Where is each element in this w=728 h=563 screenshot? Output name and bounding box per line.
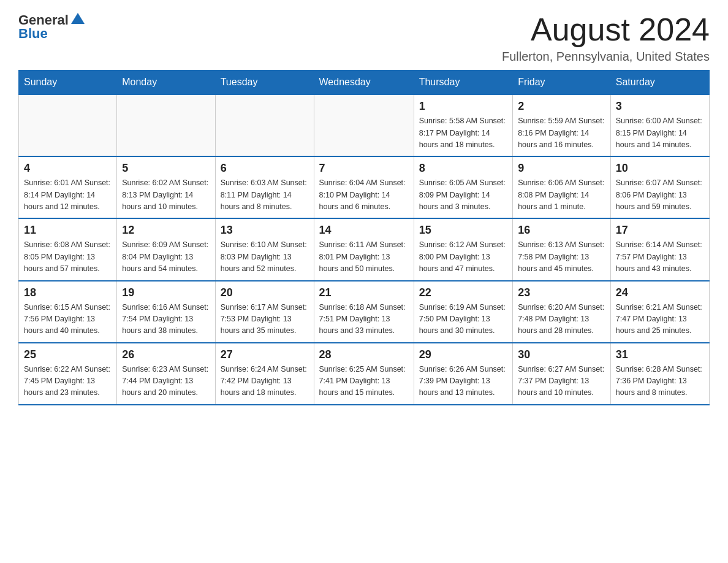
day-number: 31 [616, 348, 704, 361]
day-info: Sunrise: 6:22 AM Sunset: 7:45 PM Dayligh… [24, 364, 112, 399]
calendar-cell: 9Sunrise: 6:06 AM Sunset: 8:08 PM Daylig… [513, 156, 611, 218]
day-info: Sunrise: 6:07 AM Sunset: 8:06 PM Dayligh… [616, 177, 704, 213]
day-number: 11 [24, 224, 112, 237]
calendar-cell: 18Sunrise: 6:15 AM Sunset: 7:56 PM Dayli… [19, 281, 117, 343]
calendar-cell: 8Sunrise: 6:05 AM Sunset: 8:09 PM Daylig… [414, 156, 512, 218]
calendar-cell [215, 94, 314, 156]
calendar-cell: 5Sunrise: 6:02 AM Sunset: 8:13 PM Daylig… [117, 156, 215, 218]
day-info: Sunrise: 6:14 AM Sunset: 7:57 PM Dayligh… [616, 239, 704, 275]
calendar-cell [117, 94, 215, 156]
day-number: 13 [221, 224, 309, 237]
calendar-table: SundayMondayTuesdayWednesdayThursdayFrid… [18, 70, 710, 405]
day-number: 15 [419, 224, 507, 237]
day-info: Sunrise: 6:02 AM Sunset: 8:13 PM Dayligh… [122, 177, 210, 213]
day-number: 22 [419, 286, 507, 299]
day-info: Sunrise: 6:23 AM Sunset: 7:44 PM Dayligh… [122, 364, 210, 399]
calendar-week-row: 11Sunrise: 6:08 AM Sunset: 8:05 PM Dayli… [19, 218, 710, 280]
svg-marker-0 [71, 13, 85, 24]
calendar-cell: 13Sunrise: 6:10 AM Sunset: 8:03 PM Dayli… [215, 218, 314, 280]
day-number: 20 [221, 286, 309, 299]
day-info: Sunrise: 6:27 AM Sunset: 7:37 PM Dayligh… [518, 364, 605, 399]
day-info: Sunrise: 6:26 AM Sunset: 7:39 PM Dayligh… [419, 364, 507, 399]
calendar-cell: 10Sunrise: 6:07 AM Sunset: 8:06 PM Dayli… [610, 156, 709, 218]
day-number: 29 [419, 348, 507, 361]
day-number: 19 [122, 286, 210, 299]
calendar-cell: 12Sunrise: 6:09 AM Sunset: 8:04 PM Dayli… [117, 218, 215, 280]
day-number: 17 [616, 224, 704, 237]
calendar-cell: 24Sunrise: 6:21 AM Sunset: 7:47 PM Dayli… [610, 281, 709, 343]
calendar-cell: 27Sunrise: 6:24 AM Sunset: 7:42 PM Dayli… [215, 343, 314, 405]
weekday-header-row: SundayMondayTuesdayWednesdayThursdayFrid… [19, 71, 710, 95]
day-info: Sunrise: 6:17 AM Sunset: 7:53 PM Dayligh… [221, 302, 309, 337]
calendar-cell: 30Sunrise: 6:27 AM Sunset: 7:37 PM Dayli… [513, 343, 611, 405]
day-number: 7 [319, 162, 409, 175]
calendar-week-row: 25Sunrise: 6:22 AM Sunset: 7:45 PM Dayli… [19, 343, 710, 405]
day-info: Sunrise: 6:16 AM Sunset: 7:54 PM Dayligh… [122, 302, 210, 337]
day-number: 1 [419, 100, 507, 113]
day-number: 25 [24, 348, 112, 361]
calendar-cell: 23Sunrise: 6:20 AM Sunset: 7:48 PM Dayli… [513, 281, 611, 343]
calendar-cell: 17Sunrise: 6:14 AM Sunset: 7:57 PM Dayli… [610, 218, 709, 280]
day-info: Sunrise: 6:15 AM Sunset: 7:56 PM Dayligh… [24, 302, 112, 337]
day-number: 9 [518, 162, 605, 175]
day-info: Sunrise: 6:24 AM Sunset: 7:42 PM Dayligh… [221, 364, 309, 399]
day-info: Sunrise: 6:18 AM Sunset: 7:51 PM Dayligh… [319, 302, 409, 337]
day-number: 28 [319, 348, 409, 361]
calendar-cell: 16Sunrise: 6:13 AM Sunset: 7:58 PM Dayli… [513, 218, 611, 280]
day-info: Sunrise: 6:25 AM Sunset: 7:41 PM Dayligh… [319, 364, 409, 399]
calendar-cell: 25Sunrise: 6:22 AM Sunset: 7:45 PM Dayli… [19, 343, 117, 405]
day-info: Sunrise: 5:59 AM Sunset: 8:16 PM Dayligh… [518, 115, 605, 151]
day-number: 4 [24, 162, 112, 175]
day-info: Sunrise: 6:01 AM Sunset: 8:14 PM Dayligh… [24, 177, 112, 213]
calendar-cell: 11Sunrise: 6:08 AM Sunset: 8:05 PM Dayli… [19, 218, 117, 280]
calendar-cell: 6Sunrise: 6:03 AM Sunset: 8:11 PM Daylig… [215, 156, 314, 218]
weekday-header: Wednesday [314, 71, 414, 95]
day-number: 16 [518, 224, 605, 237]
calendar-cell: 26Sunrise: 6:23 AM Sunset: 7:44 PM Dayli… [117, 343, 215, 405]
day-number: 26 [122, 348, 210, 361]
weekday-header: Tuesday [215, 71, 314, 95]
weekday-header: Monday [117, 71, 215, 95]
location: Fullerton, Pennsylvania, United States [502, 50, 710, 64]
calendar-cell: 15Sunrise: 6:12 AM Sunset: 8:00 PM Dayli… [414, 218, 512, 280]
day-info: Sunrise: 6:28 AM Sunset: 7:36 PM Dayligh… [616, 364, 704, 399]
calendar-cell: 21Sunrise: 6:18 AM Sunset: 7:51 PM Dayli… [314, 281, 414, 343]
logo-blue: Blue [18, 26, 48, 42]
day-info: Sunrise: 6:21 AM Sunset: 7:47 PM Dayligh… [616, 302, 704, 337]
day-number: 10 [616, 162, 704, 175]
calendar-cell: 29Sunrise: 6:26 AM Sunset: 7:39 PM Dayli… [414, 343, 512, 405]
day-info: Sunrise: 6:12 AM Sunset: 8:00 PM Dayligh… [419, 239, 507, 275]
day-info: Sunrise: 6:08 AM Sunset: 8:05 PM Dayligh… [24, 239, 112, 275]
day-number: 24 [616, 286, 704, 299]
day-number: 12 [122, 224, 210, 237]
calendar-cell: 14Sunrise: 6:11 AM Sunset: 8:01 PM Dayli… [314, 218, 414, 280]
title-area: August 2024 Fullerton, Pennsylvania, Uni… [502, 12, 710, 64]
day-number: 30 [518, 348, 605, 361]
calendar-cell: 28Sunrise: 6:25 AM Sunset: 7:41 PM Dayli… [314, 343, 414, 405]
day-info: Sunrise: 6:19 AM Sunset: 7:50 PM Dayligh… [419, 302, 507, 337]
day-info: Sunrise: 6:09 AM Sunset: 8:04 PM Dayligh… [122, 239, 210, 275]
calendar-cell: 31Sunrise: 6:28 AM Sunset: 7:36 PM Dayli… [610, 343, 709, 405]
calendar-cell [314, 94, 414, 156]
day-info: Sunrise: 5:58 AM Sunset: 8:17 PM Dayligh… [419, 115, 507, 151]
month-title: August 2024 [502, 12, 710, 47]
day-info: Sunrise: 6:13 AM Sunset: 7:58 PM Dayligh… [518, 239, 605, 275]
day-number: 8 [419, 162, 507, 175]
day-number: 2 [518, 100, 605, 113]
calendar-week-row: 1Sunrise: 5:58 AM Sunset: 8:17 PM Daylig… [19, 94, 710, 156]
weekday-header: Thursday [414, 71, 512, 95]
logo: General Blue [18, 12, 85, 42]
day-info: Sunrise: 6:06 AM Sunset: 8:08 PM Dayligh… [518, 177, 605, 213]
calendar-cell: 22Sunrise: 6:19 AM Sunset: 7:50 PM Dayli… [414, 281, 512, 343]
day-info: Sunrise: 6:03 AM Sunset: 8:11 PM Dayligh… [221, 177, 309, 213]
weekday-header: Friday [513, 71, 611, 95]
day-number: 3 [616, 100, 704, 113]
calendar-cell: 19Sunrise: 6:16 AM Sunset: 7:54 PM Dayli… [117, 281, 215, 343]
calendar-cell: 7Sunrise: 6:04 AM Sunset: 8:10 PM Daylig… [314, 156, 414, 218]
logo-triangle-icon [71, 12, 85, 25]
calendar-week-row: 4Sunrise: 6:01 AM Sunset: 8:14 PM Daylig… [19, 156, 710, 218]
day-info: Sunrise: 6:05 AM Sunset: 8:09 PM Dayligh… [419, 177, 507, 213]
calendar-cell: 4Sunrise: 6:01 AM Sunset: 8:14 PM Daylig… [19, 156, 117, 218]
day-info: Sunrise: 6:00 AM Sunset: 8:15 PM Dayligh… [616, 115, 704, 151]
day-info: Sunrise: 6:04 AM Sunset: 8:10 PM Dayligh… [319, 177, 409, 213]
